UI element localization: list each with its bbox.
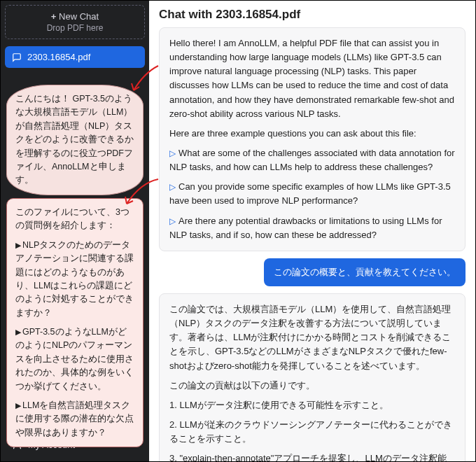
chat-icon	[12, 52, 22, 62]
new-chat-label: New Chat	[59, 11, 99, 22]
assistant-list-item: 2. LLMが従来のクラウドソーシングアノテーターに代わることができることを示す…	[169, 418, 455, 446]
sidebar: + New Chat Drop PDF here 2303.16854.pdf …	[1, 1, 149, 461]
assistant-paragraph: Here are three example questions you can…	[169, 127, 455, 141]
drop-pdf-label: Drop PDF here	[11, 23, 139, 33]
triangle-icon: ▷	[169, 182, 176, 192]
assistant-paragraph: この論文の貢献は以下の通りです。	[169, 379, 455, 393]
main-panel: Chat with 2303.16854.pdf Hello there! I …	[149, 1, 475, 461]
active-file-tab[interactable]: 2303.16854.pdf	[5, 46, 145, 68]
message-list[interactable]: Hello there! I am AnnoLLM, a helpful PDF…	[149, 27, 475, 461]
annotation-bubble-2: このファイルについて、3つの質問例を紹介します： ▶NLPタスクのためのデータア…	[6, 198, 144, 447]
assistant-list-item: 3. "explain-then-annotate"アプローチを提案し、LLMの…	[169, 451, 455, 461]
triangle-icon: ▷	[169, 216, 176, 226]
annotation-bubble-1: こんにちは！ GPT-3.5のような大規模言語モデル（LLM）が自然言語処理（N…	[6, 85, 144, 195]
suggested-question[interactable]: ▷What are some of the challenges associa…	[169, 146, 455, 174]
triangle-icon: ▷	[169, 148, 176, 158]
active-file-name: 2303.16854.pdf	[27, 52, 90, 62]
suggested-question[interactable]: ▷Can you provide some specific examples …	[169, 180, 455, 208]
chat-title: Chat with 2303.16854.pdf	[149, 1, 475, 27]
new-chat-button[interactable]: + New Chat Drop PDF here	[5, 5, 145, 39]
user-message: この論文の概要と、貢献を教えてください。	[264, 258, 465, 286]
assistant-paragraph: Hello there! I am AnnoLLM, a helpful PDF…	[169, 36, 455, 121]
plus-icon: +	[51, 11, 59, 22]
suggested-question[interactable]: ▷Are there any potential drawbacks or li…	[169, 214, 455, 242]
assistant-message: この論文では、大規模言語モデル（LLM）を使用して、自然言語処理（NLP）タスク…	[159, 293, 465, 461]
assistant-paragraph: この論文では、大規模言語モデル（LLM）を使用して、自然言語処理（NLP）タスク…	[169, 302, 455, 373]
assistant-message: Hello there! I am AnnoLLM, a helpful PDF…	[159, 27, 465, 251]
assistant-list-item: 1. LLMがデータ注釈に使用できる可能性を示すこと。	[169, 398, 455, 412]
